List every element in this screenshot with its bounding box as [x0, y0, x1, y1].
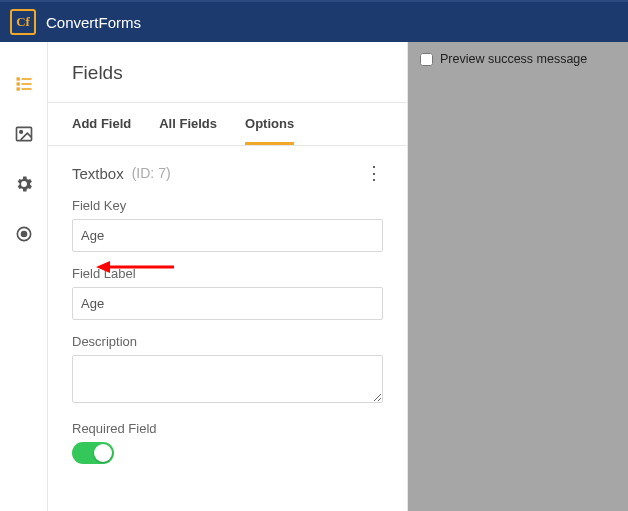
- svg-point-7: [19, 131, 21, 134]
- description-textarea[interactable]: [72, 355, 383, 403]
- app-logo: Cf: [10, 9, 36, 35]
- preview-area: Preview success message: [408, 42, 628, 511]
- preview-success-label: Preview success message: [440, 52, 587, 66]
- svg-rect-3: [21, 83, 31, 85]
- field-label-input[interactable]: [72, 287, 383, 320]
- required-field-label: Required Field: [72, 421, 383, 436]
- field-options-editor: Textbox (ID: 7) ⋮ Field Key Field Label …: [48, 146, 407, 496]
- app-brand: ConvertForms: [46, 14, 141, 31]
- field-type-label: Textbox: [72, 165, 124, 182]
- toggle-knob: [94, 444, 112, 462]
- description-label: Description: [72, 334, 383, 349]
- svg-rect-1: [21, 78, 31, 80]
- svg-rect-5: [21, 88, 31, 90]
- required-field-toggle[interactable]: [72, 442, 114, 464]
- field-label-label: Field Label: [72, 266, 383, 281]
- tab-add-field[interactable]: Add Field: [72, 103, 131, 145]
- preview-success-checkbox-row[interactable]: Preview success message: [420, 52, 587, 66]
- image-icon[interactable]: [14, 124, 34, 144]
- svg-rect-0: [16, 77, 19, 80]
- field-key-input[interactable]: [72, 219, 383, 252]
- target-icon[interactable]: [14, 224, 34, 244]
- panel-title: Fields: [48, 42, 407, 102]
- panel-tabs: Add Field All Fields Options: [48, 102, 407, 146]
- svg-rect-4: [16, 87, 19, 90]
- gear-icon[interactable]: [14, 174, 34, 194]
- fields-list-icon[interactable]: [14, 74, 34, 94]
- svg-rect-2: [16, 82, 19, 85]
- field-id-label: (ID: 7): [132, 165, 171, 181]
- svg-point-9: [21, 232, 26, 237]
- kebab-menu-icon[interactable]: ⋮: [365, 164, 383, 182]
- field-key-label: Field Key: [72, 198, 383, 213]
- top-bar: Cf ConvertForms: [0, 0, 628, 42]
- fields-panel: Fields Add Field All Fields Options Text…: [47, 42, 408, 511]
- tab-all-fields[interactable]: All Fields: [159, 103, 217, 145]
- left-sidebar: [0, 42, 47, 511]
- preview-success-checkbox[interactable]: [420, 53, 433, 66]
- tab-options[interactable]: Options: [245, 103, 294, 145]
